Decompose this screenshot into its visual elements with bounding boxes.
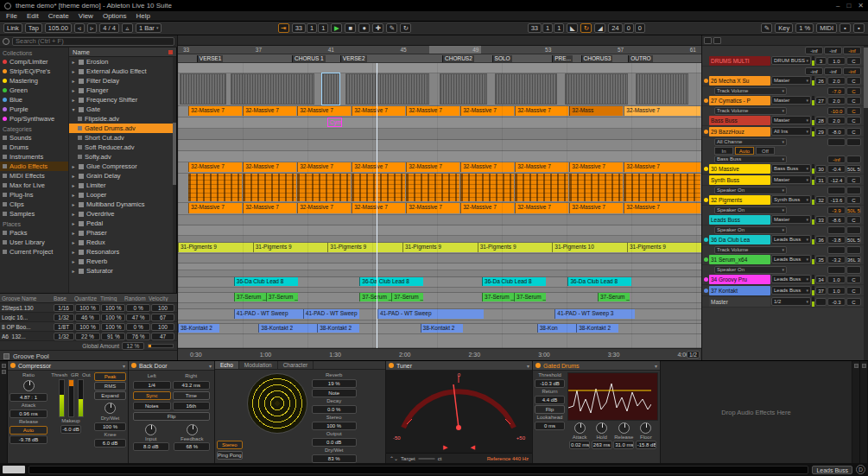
arrangement-track-lane[interactable]	[178, 73, 701, 106]
sidebar-item-clips[interactable]: Clips	[0, 200, 68, 209]
sub-volume-value[interactable]	[827, 187, 846, 194]
output-routing-dropdown[interactable]: All Ins▾	[771, 127, 811, 136]
track-arm-dot[interactable]	[704, 238, 708, 242]
sidebar-item-purple[interactable]: Purple	[0, 105, 68, 114]
groove-value[interactable]: 47	[151, 333, 174, 340]
arrangement-clip[interactable]: 38-Kontakt 2	[178, 324, 219, 333]
groove-value[interactable]: 1/32	[54, 333, 74, 340]
target-value[interactable]	[418, 458, 435, 460]
makeup-value[interactable]: -6.0 dB	[60, 425, 80, 434]
menu-help[interactable]: Help	[136, 12, 149, 20]
groove-value[interactable]: 76 %	[126, 333, 150, 340]
chevron-right-icon[interactable]: ▸	[71, 249, 76, 255]
sub-pan-value[interactable]	[846, 155, 861, 163]
sidebar-item-instruments[interactable]: Instruments	[0, 152, 68, 162]
sidebar-item-mastering[interactable]: Mastering	[0, 76, 68, 86]
track-name-chip[interactable]: 34 Groovy Pru	[709, 275, 770, 284]
arrangement-clip[interactable]: 32-Massive 7	[515, 106, 568, 116]
chevron-right-icon[interactable]: ▸	[71, 268, 76, 274]
device-on-icon[interactable]	[535, 363, 541, 368]
arrangement-track-lane[interactable]: 37-Serum _x64 537-Serum _x64 537-Serum _…	[178, 293, 701, 303]
sub-volume-value[interactable]: -10.0	[827, 107, 846, 115]
release-auto-button[interactable]: Auto	[10, 426, 48, 435]
global-amount-value[interactable]: 12 %	[122, 342, 144, 350]
file-item-short-cut-adv[interactable]: Short Cut.adv	[69, 133, 176, 143]
re-enable-automation-icon[interactable]: ↻	[400, 23, 411, 33]
loop-start-segment[interactable]: 33	[528, 23, 542, 33]
arrangement-clip[interactable]: 32-Massive 7	[352, 106, 405, 116]
flip-button[interactable]: Flip	[133, 412, 210, 421]
arrangement-track-lane[interactable]: 32-Massive 732-Massive 732-Massive 732-M…	[178, 162, 701, 174]
browser-collapse-icon[interactable]	[3, 38, 10, 45]
sidebar-item-current-project[interactable]: Current Project	[0, 247, 68, 257]
file-item-grain-delay[interactable]: ▸Grain Delay	[69, 171, 176, 181]
sidebar-item-sounds[interactable]: Sounds	[0, 133, 68, 143]
automation-control-dropdown[interactable]: Speaker On▾	[714, 187, 787, 194]
mode-expand-button[interactable]: Expand	[94, 391, 126, 400]
arrangement-clip[interactable]: 36-Da Club Lead 8	[567, 277, 631, 286]
groove-row[interactable]: 8 OP Boo...1/8T100 %100 %0 %100	[0, 322, 177, 332]
arrangement-clip[interactable]: 32-Massive 7	[243, 203, 296, 213]
locator-chorus2[interactable]: CHORUS2	[442, 55, 474, 62]
time-signature-field[interactable]: 4 / 4	[99, 23, 119, 33]
track-arm-dot[interactable]	[704, 98, 708, 103]
attack-value[interactable]: 0.96 ms	[10, 409, 48, 418]
groove-row[interactable]: 2Steps1.1301/16100 %100 %0 %100	[0, 303, 177, 313]
loop-length-segment[interactable]: 0	[624, 23, 634, 33]
groove-row[interactable]: A6_132...1/3222 %91 %76 %47	[0, 332, 177, 341]
file-item-saturator[interactable]: ▸Saturator	[69, 266, 176, 276]
arrangement-clip[interactable]	[460, 174, 514, 201]
arrangement-clip[interactable]	[188, 174, 242, 201]
track-pan-value[interactable]: 50L 50R	[846, 165, 861, 173]
arrangement-clip[interactable]: 32-Massive 7	[515, 203, 568, 213]
arrangement-track-lane[interactable]: 36-Da Club Lead 836-Da Club Lead 836-Da …	[178, 277, 701, 288]
clip-view-icon[interactable]	[2, 364, 6, 368]
groove-value[interactable]: 0 %	[126, 304, 150, 312]
sub-pan-value[interactable]	[846, 266, 861, 274]
time-ruler[interactable]: 0:301:001:302:002:303:003:304:001/2	[178, 348, 701, 360]
arrangement-clip[interactable]: 38-Kontakt 2	[576, 324, 618, 333]
chevron-right-icon[interactable]: ▸	[71, 239, 76, 245]
device-on-icon[interactable]	[389, 363, 394, 368]
sidebar-item-samples[interactable]: Samples	[0, 209, 68, 219]
arrangement-clip[interactable]: 31-Pigments 9	[178, 243, 253, 252]
track-arm-dot[interactable]	[704, 289, 708, 293]
track-pan-value[interactable]: C	[846, 287, 861, 295]
arrangement-track-lane[interactable]: 32-Massive 732-Massive 732-Massive 732-M…	[178, 106, 701, 117]
arrangement-track-lane[interactable]	[178, 129, 701, 140]
browser-scrollbar[interactable]	[173, 57, 176, 293]
file-item-multiband-dynamics[interactable]: ▸Multiband Dynamics	[69, 200, 176, 209]
track-name-chip[interactable]: 27 Cymatics - P	[709, 96, 770, 105]
arrangement-clip[interactable]: 41-PAD - WT Sweep	[377, 309, 484, 319]
lookahead-dropdown[interactable]: 0 ms	[535, 422, 565, 430]
file-item-soft-reducer-adv[interactable]: Soft Reducer.adv	[69, 143, 176, 152]
automation-control-dropdown[interactable]: Track Volume▾	[714, 87, 787, 95]
arrangement-clip[interactable]: 32-Massive 7	[297, 162, 351, 172]
file-item-reverb[interactable]: ▸Reverb	[69, 257, 176, 266]
minimize-button[interactable]: –	[836, 2, 839, 10]
follow-icon[interactable]: ⇥	[278, 23, 289, 33]
groove-value[interactable]: 100 %	[75, 304, 101, 312]
locator-chorus3[interactable]: CHORUS3	[581, 55, 613, 62]
file-item-resonators[interactable]: ▸Resonators	[69, 247, 176, 257]
arrangement-track-lane[interactable]	[178, 140, 701, 151]
arrangement-clip[interactable]	[297, 174, 351, 201]
arrangement-clip[interactable]: 31-Pigments 9	[327, 243, 402, 252]
left-mode-dropdown[interactable]: Notes	[133, 402, 171, 410]
output-routing-dropdown[interactable]: Master▾	[771, 116, 811, 124]
gate-signal-display[interactable]	[567, 372, 658, 421]
loop-start-segment[interactable]: 1	[554, 23, 564, 33]
sidebar-item-midi-effects[interactable]: MIDI Effects	[0, 171, 68, 181]
arrangement-clip[interactable]: 37-Serum _x64 5	[514, 293, 546, 301]
locator-chorus-1[interactable]: CHORUS 1	[292, 55, 326, 62]
groove-value[interactable]: 1/8T	[54, 323, 74, 331]
arrangement-clip[interactable]	[569, 174, 623, 201]
sidebar-item-max-for-live[interactable]: Max for Live	[0, 181, 68, 190]
arrangement-clip[interactable]: 41-PAD - WT Sweep	[303, 309, 359, 319]
output-routing-dropdown[interactable]: Synth Buss▾	[771, 195, 811, 204]
sidebar-item-blue[interactable]: Blue	[0, 95, 68, 105]
arrangement-clip[interactable]: 32-Massive 7	[297, 203, 351, 213]
selected-track-badge[interactable]: Leads Buss	[812, 466, 852, 474]
arrangement-clip[interactable]: 37-Serum _x64 5	[359, 293, 391, 301]
device-drop-area[interactable]: Drop Audio Effects Here	[661, 361, 852, 463]
